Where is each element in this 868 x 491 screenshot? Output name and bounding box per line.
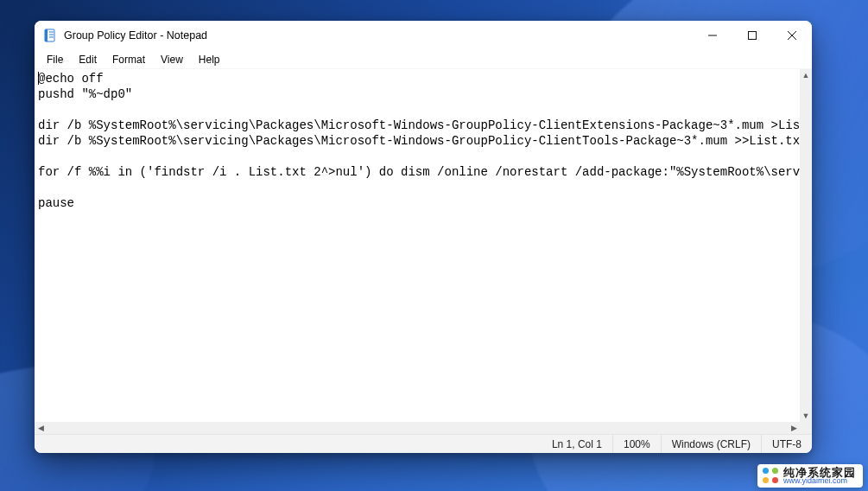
scroll-corner (800, 422, 812, 434)
text-editor[interactable]: @echo off pushd "%~dp0" dir /b %SystemRo… (35, 69, 800, 422)
desktop: Group Policy Editor - Notepad Fil (0, 0, 868, 491)
svg-rect-1 (45, 29, 48, 41)
menu-help[interactable]: Help (192, 52, 227, 67)
editor-area: @echo off pushd "%~dp0" dir /b %SystemRo… (35, 69, 812, 434)
status-caret-position: Ln 1, Col 1 (542, 435, 612, 453)
vertical-scrollbar[interactable]: ▲ ▼ (800, 69, 812, 422)
scroll-right-icon[interactable]: ▶ (788, 422, 800, 434)
notepad-window: Group Policy Editor - Notepad Fil (35, 21, 812, 453)
scroll-up-icon[interactable]: ▲ (800, 69, 812, 81)
window-controls (693, 21, 812, 50)
window-title: Group Policy Editor - Notepad (64, 29, 207, 41)
status-line-ending: Windows (CRLF) (661, 435, 761, 453)
scroll-down-icon[interactable]: ▼ (800, 410, 812, 422)
svg-rect-6 (749, 32, 757, 40)
status-encoding: UTF-8 (761, 435, 812, 453)
menu-edit[interactable]: Edit (72, 52, 104, 67)
scroll-left-icon[interactable]: ◀ (35, 422, 47, 434)
status-zoom: 100% (612, 435, 661, 453)
notepad-icon (43, 29, 57, 42)
menubar: File Edit Format View Help (35, 50, 812, 69)
titlebar[interactable]: Group Policy Editor - Notepad (35, 21, 812, 50)
minimize-button[interactable] (693, 21, 732, 50)
watermark: 纯净系统家园 www.yidaimei.com (757, 464, 863, 488)
close-button[interactable] (772, 21, 812, 50)
horizontal-scrollbar[interactable]: ◀ ▶ (35, 422, 800, 434)
menu-file[interactable]: File (40, 52, 70, 67)
statusbar: Ln 1, Col 1 100% Windows (CRLF) UTF-8 (35, 434, 812, 453)
watermark-logo-icon (763, 468, 778, 483)
menu-format[interactable]: Format (105, 52, 152, 67)
watermark-url: www.yidaimei.com (783, 477, 856, 485)
menu-view[interactable]: View (154, 52, 190, 67)
vscroll-track[interactable] (800, 81, 812, 410)
maximize-button[interactable] (732, 21, 772, 50)
